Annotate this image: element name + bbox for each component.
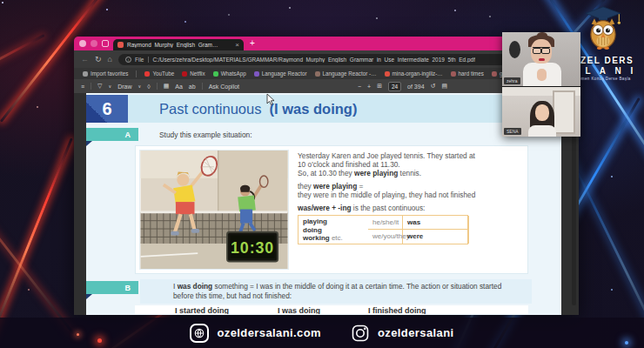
browser-tab[interactable]: Raymond_Murphy_English_Gram… × [113,39,244,50]
divider [91,83,91,90]
table-cell-subjects: he/she/it [368,216,403,230]
table-cell-subjects: we/you/they [368,230,403,243]
table-cell-aux: were [403,230,469,243]
unit-number: 6 [86,95,128,123]
url-text: C:/Users/zehra/Desktop/MATERIALS/GRAMMAR… [152,57,475,63]
unit-title: Past continuous (I was doing) [159,101,357,117]
example-line: was/were + -ing is the past continuous: [298,204,524,212]
bookmark-hard-times[interactable]: hard times [451,70,484,77]
page-info-icon[interactable]: i [125,57,131,63]
read-aloud-icon[interactable]: ab [189,84,196,90]
example-text: Yesterday Karen and Joe played tennis. T… [298,150,524,270]
bookmark-youtube[interactable]: YouTube [144,70,174,77]
page-total: of 394 [407,84,424,90]
language-reactor-icon [315,71,320,77]
divider [202,83,203,90]
unit-title-band: Past continuous (I was doing) [128,95,561,123]
highlighter-icon[interactable]: ▽ [97,83,102,90]
divider [136,70,137,77]
webcam-student[interactable]: SENA [502,86,580,137]
footer-bar: ozeldersalani.com ozeldersalani [0,318,644,348]
section-a: A Study this example situation: [86,128,252,141]
fit-page-icon[interactable]: ⊞ [377,83,382,90]
page-layout-icon[interactable]: ▤ [441,83,447,90]
verb-forms-table: he/she/it was playing doing working etc.… [298,215,468,244]
example-line: 10 o'clock and finished at 11.30. [298,160,524,169]
webcam-panel: zehra SENA [502,32,580,137]
eraser-icon[interactable]: ◊ [147,84,150,90]
bookmark-whatsapp[interactable]: WhatsApp [213,70,246,77]
workspaces-icon[interactable] [102,40,109,47]
pdf-page: 6 Past continuous (I was doing) A Study … [86,93,561,315]
webcam-teacher[interactable]: zehra [502,32,580,86]
new-tab-button[interactable]: + [250,39,255,48]
student-face [535,104,549,121]
glow-dot-red [77,333,79,336]
browser-task-icon[interactable] [91,40,97,47]
draw-button[interactable]: Draw [117,84,131,90]
table-cell-forms: playing doing working etc. [299,216,368,244]
url-scheme: File [135,57,149,63]
menu-icon[interactable]: ≡ [81,84,84,90]
bookmark-mina-organ[interactable]: mina-organ-ingiliz-… [385,70,443,77]
netflix-icon [182,71,187,77]
section-b-label: B [86,281,138,294]
neon-beam-red [0,34,45,90]
pdf-favicon-icon [117,42,124,48]
youtube-icon [144,71,150,77]
bookmark-language-reactor-2[interactable]: Language Reactor -… [315,70,377,77]
whatsapp-icon [213,71,218,77]
close-tab-icon[interactable]: × [235,41,239,49]
section-a-intro: Study this example situation: [159,130,252,139]
teacher-hair [537,32,547,38]
zoom-out-icon[interactable]: − [358,84,361,90]
participant-name: SENA [504,128,521,135]
home-icon[interactable]: ⌂ [108,56,112,64]
bookmark-icon [83,71,88,77]
teacher-hand [537,69,547,81]
tennis-illustration: 10:30 [139,150,289,270]
lips [539,58,545,61]
tab-title: Raymond_Murphy_English_Gram… [127,42,231,48]
bookmark-icon [385,71,390,77]
back-icon[interactable]: ← [81,56,89,64]
neon-beam-red [0,162,75,335]
website-handle: ozeldersalani.com [190,324,321,343]
refresh-icon[interactable]: ↻ [95,56,102,64]
section-b-text: I was doing something = I was in the mid… [140,279,532,304]
bookmark-import-favorites[interactable]: Import favorites [83,70,128,77]
table-icon[interactable]: ▦ [164,83,170,90]
student-body [528,125,556,137]
website-url: ozeldersalani.com [217,326,321,339]
instagram-name: ozeldersalani [378,326,454,339]
unit-header: 6 Past continuous (I was doing) [86,95,561,123]
bookmark-netflix[interactable]: Netflix [182,70,205,77]
chevron-down-icon[interactable]: ∨ [108,84,111,89]
star-field [2,2,3,3]
glow-dot-blue [625,341,628,345]
table-cell-aux: was [403,216,469,230]
address-bar[interactable]: i File C:/Users/zehra/Desktop/MATERIALS/… [118,54,560,65]
text-size-icon[interactable]: Aa [175,84,183,90]
bookmark-icon [451,71,456,77]
owl-mascot-icon [581,5,625,50]
rotate-icon[interactable]: ↺ [431,83,436,90]
bookmark-language-reactor[interactable]: Language Reactor [254,70,307,77]
door-frame [553,90,575,134]
profile-avatar-icon[interactable] [79,40,86,47]
page-number-input[interactable]: 24 [388,82,401,91]
glasses [533,47,550,52]
ask-copilot-button[interactable]: Ask Copilot [209,84,239,90]
neon-beam-red [0,138,73,341]
mouse-cursor [266,94,275,105]
glow-dot-red [97,338,102,343]
zoom-in-icon[interactable]: + [367,84,371,90]
bookmark-icon [492,71,497,77]
chevron-down-icon[interactable]: ∨ [138,84,142,89]
wall-decor [509,41,520,58]
section-a-label: A [86,128,138,141]
example-box: 10:30 Yesterday Karen and Joe played ten… [135,145,528,274]
language-reactor-icon [254,71,259,77]
instagram-icon [351,324,370,343]
timeline-cutoff: I started doing I was doing I finished d… [135,305,528,314]
